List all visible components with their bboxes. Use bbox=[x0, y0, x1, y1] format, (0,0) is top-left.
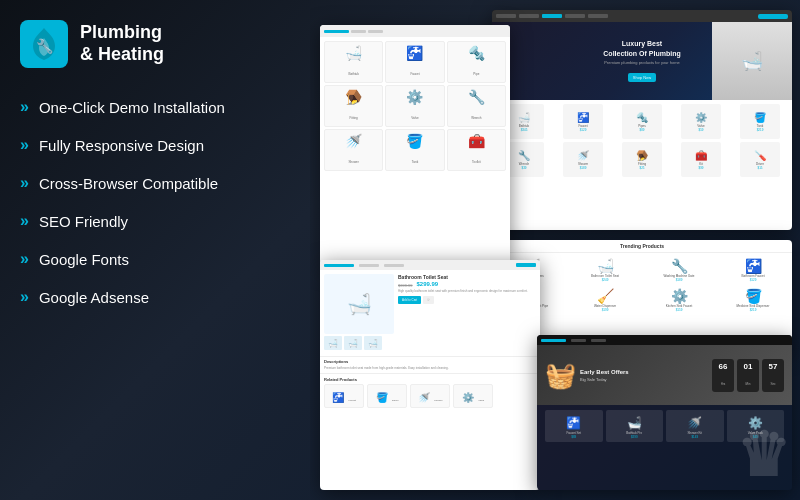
related-item: 🚿 Shower bbox=[410, 384, 450, 408]
trending-price: $199 bbox=[571, 308, 639, 312]
product-icon: 🚿 bbox=[577, 150, 589, 161]
product-icon: ⚙️ bbox=[695, 112, 707, 123]
trending-item: 🧹 Water Dispenser $199 bbox=[569, 286, 641, 314]
listing-name: Wrench bbox=[471, 116, 481, 120]
detail-title: Bathroom Toilet Seat bbox=[398, 274, 536, 280]
related-icon: 🚿 bbox=[418, 392, 430, 403]
trending-item: ⚙️ Kitchen Sink Faucet $159 bbox=[643, 286, 715, 314]
offers-text-block: Early Best Offers Big Sale Today bbox=[580, 369, 708, 382]
feature-browser: » Cross-Browser Compatible bbox=[20, 166, 290, 200]
countdown-seconds-label: Sec bbox=[770, 382, 775, 386]
listing-name: Tank bbox=[412, 160, 418, 164]
product-card: 🚰 Faucet $129 bbox=[563, 104, 603, 139]
trending-icon: ⚙️ bbox=[645, 288, 713, 304]
hero-desc: Premium plumbing products for your home bbox=[603, 60, 680, 65]
listing-item: 🔧 Wrench bbox=[447, 85, 506, 127]
trending-title: Trending Products bbox=[492, 240, 792, 253]
trending-icon: 🔧 bbox=[645, 258, 713, 274]
product-icon: 🪤 bbox=[636, 150, 648, 161]
watermark: ♛ bbox=[736, 420, 790, 490]
detail-image-area: 🛁 🛁 🛁 🛁 bbox=[324, 274, 394, 350]
detail-price-new: $299.99 bbox=[416, 281, 438, 287]
listing-header-dot bbox=[324, 30, 349, 33]
detail-section-title: Descriptions bbox=[324, 359, 536, 364]
countdown-hours-label: Hrs bbox=[721, 382, 726, 386]
listing-name: Pipe bbox=[473, 72, 479, 76]
products-grid: 🛁 Bathtub $345 🚰 Faucet $129 🔩 Pipes $89… bbox=[492, 100, 792, 230]
thumb: 🛁 bbox=[324, 336, 342, 350]
listing-icon: 🔩 bbox=[451, 45, 502, 61]
trending-price: $129 bbox=[719, 278, 787, 282]
offers-sale-title: Big Sale Today bbox=[580, 377, 708, 382]
related-name: Faucet bbox=[348, 399, 356, 402]
listing-icon: 🧰 bbox=[451, 133, 502, 149]
listing-grid: 🛁 Bathtub 🚰 Faucet 🔩 Pipe 🪤 Fitting ⚙️ V… bbox=[320, 37, 510, 175]
offers-title: Early Best Offers bbox=[580, 369, 708, 375]
listing-item: 🔩 Pipe bbox=[447, 41, 506, 83]
product-icon: 🚰 bbox=[577, 112, 589, 123]
listing-icon: 🔧 bbox=[451, 89, 502, 105]
trending-price: $249 bbox=[571, 278, 639, 282]
offers-title-area: 🧺 Early Best Offers Big Sale Today 66 Hr… bbox=[537, 345, 792, 405]
product-price: $39 bbox=[521, 166, 526, 170]
product-price: $15 bbox=[757, 166, 762, 170]
offer-icon: 🛁 bbox=[627, 416, 642, 430]
listing-name: Faucet bbox=[410, 72, 419, 76]
product-icon: 🛁 bbox=[518, 112, 530, 123]
trending-price: $219 bbox=[719, 308, 787, 312]
listing-header bbox=[320, 25, 510, 37]
detail-header bbox=[320, 260, 540, 270]
related-item: ⚙️ Valve bbox=[453, 384, 493, 408]
detail-nav bbox=[359, 264, 379, 267]
listing-name: Toolkit bbox=[472, 160, 481, 164]
chevron-icon: » bbox=[20, 288, 29, 306]
detail-prices: $399.99 $299.99 bbox=[398, 281, 536, 289]
feature-seo: » SEO Friendly bbox=[20, 204, 290, 238]
offers-nav bbox=[571, 339, 586, 342]
related-item: 🚰 Faucet bbox=[324, 384, 364, 408]
feature-fonts: » Google Fonts bbox=[20, 242, 290, 276]
chevron-icon: » bbox=[20, 212, 29, 230]
listing-icon: 🚿 bbox=[328, 133, 379, 149]
nav-item bbox=[519, 14, 539, 18]
listing-item: 🧰 Toolkit bbox=[447, 129, 506, 171]
wishlist-button[interactable]: ♡ bbox=[423, 296, 434, 304]
add-to-cart-button[interactable]: Add to Cart bbox=[398, 296, 421, 304]
offer-icon: 🚿 bbox=[687, 416, 702, 430]
chevron-icon: » bbox=[20, 136, 29, 154]
related-icon: 🚰 bbox=[332, 392, 344, 403]
listing-item: 🛁 Bathtub bbox=[324, 41, 383, 83]
detail-desc-block: Premium bathroom toilet seat made from h… bbox=[324, 366, 536, 371]
cart-button bbox=[758, 14, 788, 19]
product-icon: 🪣 bbox=[754, 112, 766, 123]
screenshot-listing: 🛁 Bathtub 🚰 Faucet 🔩 Pipe 🪤 Fitting ⚙️ V… bbox=[320, 25, 510, 265]
screenshot-detail: 🛁 🛁 🛁 🛁 Bathroom Toilet Seat $399.99 $29… bbox=[320, 260, 540, 490]
listing-header-dot bbox=[351, 30, 366, 33]
product-price: $189 bbox=[580, 166, 587, 170]
left-panel: 🔧 Plumbing & Heating » One-Click Demo In… bbox=[0, 0, 310, 500]
trending-item: 🔧 Washing Machine Gate $189 bbox=[643, 256, 715, 284]
trending-item: 🚰 Bathroom Faucet $129 bbox=[717, 256, 789, 284]
offer-product: 🚰 Faucet Set $89 bbox=[545, 410, 603, 442]
listing-icon: ⚙️ bbox=[389, 89, 440, 105]
chevron-icon: » bbox=[20, 98, 29, 116]
detail-desc: High quality bathroom toilet seat with p… bbox=[398, 289, 536, 293]
product-price: $129 bbox=[580, 128, 587, 132]
offers-nav bbox=[591, 339, 606, 342]
offer-product: 🛁 Bathtub Pro $299 bbox=[606, 410, 664, 442]
nav-item-active bbox=[542, 14, 562, 18]
listing-item: 🪤 Fitting bbox=[324, 85, 383, 127]
trending-icon: 🧹 bbox=[571, 288, 639, 304]
thumbnail-row: 🛁 🛁 🛁 bbox=[324, 336, 394, 350]
countdown-hours: 66 Hrs bbox=[712, 359, 734, 392]
product-icon: 🔩 bbox=[636, 112, 648, 123]
listing-name: Shower bbox=[349, 160, 359, 164]
product-icon: 🔧 bbox=[518, 150, 530, 161]
right-panel: Luxury Best Collection Of Plumbing Premi… bbox=[310, 0, 800, 500]
hero-cta[interactable]: Shop Now bbox=[628, 73, 656, 82]
trending-price: $159 bbox=[645, 308, 713, 312]
detail-cart bbox=[516, 263, 536, 267]
product-card: 🔧 Wrench $39 bbox=[504, 142, 544, 177]
product-price: $59 bbox=[698, 128, 703, 132]
product-card: 🪤 Fitting $25 bbox=[622, 142, 662, 177]
